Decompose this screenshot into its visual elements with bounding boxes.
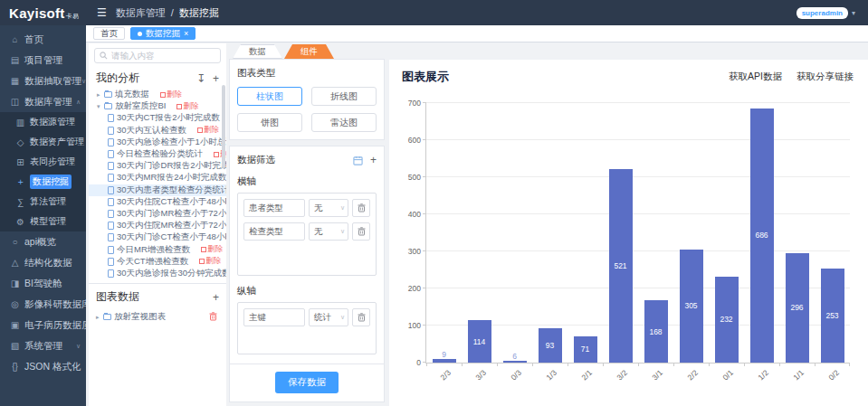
sidebar-item-home[interactable]: ⌂首页 xyxy=(0,29,86,50)
page-tab-0[interactable]: 首页 xyxy=(93,27,125,40)
emr-icon: ▣ xyxy=(9,320,21,330)
bar[interactable]: 253 xyxy=(821,269,844,363)
caret-right-icon[interactable]: ▸ xyxy=(96,314,103,321)
bar[interactable]: 521 xyxy=(609,169,633,363)
tree-item[interactable]: 今天CT增强检查数删除 xyxy=(89,256,226,268)
bar[interactable]: 71 xyxy=(574,336,597,363)
json-icon: {} xyxy=(9,362,21,372)
sidebar-item-emr[interactable]: ▣电子病历数据质控 xyxy=(0,315,86,335)
breadcrumb-parent[interactable]: 数据库管理 xyxy=(116,6,166,20)
get-share-link[interactable]: 获取分享链接 xyxy=(796,71,854,83)
caret-down-icon[interactable]: ▾ xyxy=(97,103,104,110)
chart-type-柱状图[interactable]: 柱状图 xyxy=(237,87,302,106)
tree-item[interactable]: 30天内门诊DR报告2小时完成数 xyxy=(89,160,226,172)
sidebar-item-model[interactable]: ⚙模型管理 xyxy=(0,212,86,231)
axis-field-input[interactable]: 检查类型 xyxy=(243,222,305,241)
user-caret-icon[interactable]: ▾ xyxy=(852,9,855,17)
bar[interactable]: 9 xyxy=(433,359,456,363)
menu-collapse-icon[interactable]: ☰ xyxy=(97,6,107,19)
tree-item[interactable]: 30天内急诊检查小于1小时总计 xyxy=(89,137,226,148)
calendar-icon[interactable] xyxy=(353,156,363,165)
bar[interactable]: 305 xyxy=(680,250,703,363)
axis-agg-value: 无 xyxy=(314,203,323,214)
delete-icon xyxy=(176,104,182,109)
delete-link[interactable]: 删除 xyxy=(201,244,223,255)
axis-field-input[interactable]: 患者类型 xyxy=(243,199,305,217)
delete-link[interactable]: 删除 xyxy=(176,101,198,112)
chart-type-折线图[interactable]: 折线图 xyxy=(311,87,377,106)
content-area: 我的分析 ↧ + ▸填充数据删除▾放射室质控BI删除30天内CT报告2小时完成数… xyxy=(86,43,868,406)
axis-field-input[interactable]: 主键 xyxy=(243,308,305,326)
search-box[interactable] xyxy=(94,48,221,63)
bar[interactable]: 114 xyxy=(468,320,491,363)
axis-agg-select[interactable]: 统计∨ xyxy=(309,308,348,326)
delete-link[interactable]: 删除 xyxy=(197,125,219,136)
chart-type-雷达图[interactable]: 雷达图 xyxy=(311,113,377,132)
sidebar-item-asset[interactable]: ◇数据资产管理 xyxy=(0,132,86,152)
sidebar-item-source[interactable]: ▥数据源管理 xyxy=(0,112,86,132)
tree-item[interactable]: ▸填充数据删除 xyxy=(89,89,226,100)
bar[interactable]: 232 xyxy=(715,277,739,363)
tree-scrollbar[interactable] xyxy=(222,85,225,168)
database-icon: ◫ xyxy=(9,97,21,107)
delete-link[interactable]: 删除 xyxy=(160,90,182,100)
add-filter-icon[interactable]: + xyxy=(370,154,377,166)
tree-item[interactable]: 30天内CT报告2小时完成数删除 xyxy=(89,112,226,124)
sidebar-item-api[interactable]: ○api概览 xyxy=(0,231,86,252)
get-api-data-link[interactable]: 获取API数据 xyxy=(729,71,782,83)
bar[interactable]: 6 xyxy=(503,361,527,363)
trash-icon xyxy=(358,227,366,236)
sidebar-item-bi[interactable]: ◨BI驾驶舱 xyxy=(0,273,86,294)
delete-chart-data-icon[interactable] xyxy=(209,312,217,323)
remove-axis-field-button[interactable] xyxy=(352,222,370,241)
bar[interactable]: 296 xyxy=(786,253,809,363)
download-icon[interactable]: ↧ xyxy=(196,72,205,85)
sidebar-item-project[interactable]: ▤项目管理 xyxy=(0,50,86,71)
axis-agg-select[interactable]: 无∨ xyxy=(309,222,348,241)
caret-right-icon[interactable]: ▸ xyxy=(97,91,104,99)
tree-item[interactable]: 30天内患者类型检查分类统计 xyxy=(89,184,226,196)
sync-icon: ⊞ xyxy=(14,157,26,167)
tree-item[interactable]: 30天内门诊CT检查小于48小时总计 xyxy=(89,231,226,243)
sidebar-item-structured[interactable]: △结构化数据 xyxy=(0,252,86,273)
document-icon xyxy=(108,198,114,206)
axis-agg-select[interactable]: 无∨ xyxy=(309,199,348,217)
yaxis-title: 纵轴 xyxy=(237,285,377,297)
search-input[interactable] xyxy=(111,51,215,61)
tree-item[interactable]: 30天内住院MR检查小于72小时总计 xyxy=(89,220,226,231)
chart-type-饼图[interactable]: 饼图 xyxy=(237,113,302,132)
sidebar-item-sync[interactable]: ⊞表同步管理 xyxy=(0,152,86,172)
tree-item[interactable]: 30天内互认检查数删除 xyxy=(89,125,226,137)
remove-axis-field-button[interactable] xyxy=(352,308,370,326)
tree-item[interactable]: 今日MR增强检查数删除 xyxy=(89,243,226,255)
sidebar-item-imaging[interactable]: ◎影像科研数据库 xyxy=(0,294,86,315)
bar[interactable]: 686 xyxy=(750,109,774,363)
y-tick-mark xyxy=(423,102,426,103)
add-chart-data-icon[interactable]: + xyxy=(213,291,219,304)
tree-item[interactable]: 30天内MR报告24小时完成数 xyxy=(89,172,226,184)
tree-item[interactable]: ▾放射室质控BI删除 xyxy=(89,100,226,112)
sidebar-item-system[interactable]: ▧系统管理∨ xyxy=(0,335,86,356)
tree-item[interactable]: 30天内急诊报告30分钟完成数 xyxy=(89,268,226,279)
bar[interactable]: 168 xyxy=(644,300,668,363)
chart-data-item[interactable]: ▸放射室视图表 xyxy=(89,307,226,323)
sidebar-item-mining[interactable]: ＋数据挖掘 xyxy=(0,172,86,192)
delete-link[interactable]: 删除 xyxy=(199,256,221,267)
bar[interactable]: 93 xyxy=(539,328,562,363)
tree-item[interactable]: 30天内住院CT检查小于48小时总计 xyxy=(89,196,226,208)
page-tab-1[interactable]: 数据挖掘× xyxy=(130,27,196,40)
remove-axis-field-button[interactable] xyxy=(352,199,370,217)
tree-item[interactable]: 今日检查检验分类统计删除 xyxy=(89,148,226,160)
user-badge[interactable]: superadmin xyxy=(796,7,848,19)
tree-item[interactable]: 30天内门诊MR检查小于72小时总计 xyxy=(89,208,226,220)
tab-close-icon[interactable]: × xyxy=(184,30,188,38)
tab-data[interactable]: 数据 xyxy=(233,44,282,59)
sidebar-item-json[interactable]: {}JSON 格式化 xyxy=(0,356,86,377)
sidebar-item-extract[interactable]: ▦数据抽取管理∨ xyxy=(0,71,86,91)
sidebar-item-database[interactable]: ◫数据库管理∧ xyxy=(0,91,86,112)
sidebar-item-algorithm[interactable]: ∑算法管理 xyxy=(0,192,86,212)
tab-component[interactable]: 组件 xyxy=(284,44,334,59)
save-data-button[interactable]: 保存数据 xyxy=(275,372,339,393)
add-analysis-icon[interactable]: + xyxy=(213,72,219,85)
extract-icon: ▦ xyxy=(9,76,21,86)
